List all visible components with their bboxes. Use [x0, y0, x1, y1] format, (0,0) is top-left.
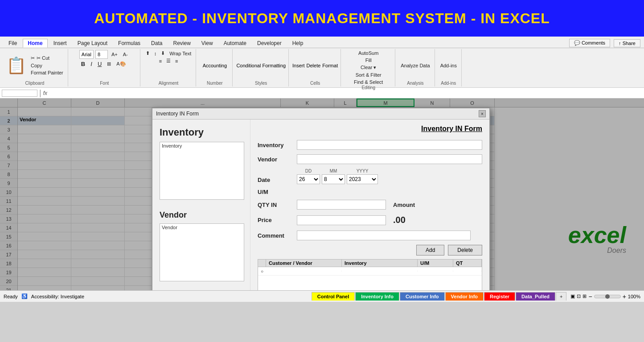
delete-cells-button[interactable]: Delete	[307, 63, 321, 68]
fill-color-button[interactable]: A🎨	[115, 61, 127, 67]
share-button[interactable]: ↑ Share	[614, 39, 640, 47]
view-controls: ▣ ⊡ ⊞ − + 100%	[570, 293, 640, 300]
vendor-listbox-item: Vendor	[162, 225, 242, 230]
modal-title: Inventory IN Form	[156, 111, 199, 117]
align-middle-button[interactable]: ↕	[152, 50, 159, 57]
table-col-radio	[258, 260, 266, 267]
vendor-listbox[interactable]: Vendor	[160, 223, 244, 281]
table-row-radio-1[interactable]: ○	[258, 267, 266, 275]
tab-home[interactable]: Home	[23, 39, 47, 48]
tab-developer[interactable]: Developer	[252, 39, 287, 48]
font-name-input[interactable]: Arial	[79, 50, 94, 59]
page-layout-view-icon[interactable]: ⊡	[577, 293, 581, 299]
date-field-label: Date	[258, 177, 293, 183]
alignment-group: ⬆ ↕ ⬇ Wrap Text ≡ ☰ ≡ Alignment	[141, 49, 197, 87]
tab-customer-info[interactable]: Customer Info	[400, 292, 445, 301]
tab-view[interactable]: View	[197, 39, 218, 48]
find-select-button[interactable]: Find & Select	[352, 79, 385, 85]
tab-insert[interactable]: Insert	[49, 39, 72, 48]
normal-view-icon[interactable]: ▣	[570, 293, 575, 299]
tab-data[interactable]: Data	[146, 39, 167, 48]
tab-control-panel[interactable]: Control Panel	[312, 292, 355, 301]
tab-page-layout[interactable]: Page Layout	[73, 39, 112, 48]
analyze-data-button[interactable]: Analyze Data	[399, 62, 431, 69]
qty-in-label: QTY IN	[258, 202, 293, 208]
font-shrink-button[interactable]: A-	[121, 51, 130, 58]
sort-filter-button[interactable]: Sort & Filter	[354, 72, 383, 78]
fill-button[interactable]: Fill	[364, 57, 373, 63]
right-ribbon: 💬 Comments ↑ Share	[569, 39, 640, 47]
cut-copy-format: ✂ ✂ Cut Copy Format Painter	[29, 55, 65, 76]
modal-overlay: Inventory IN Form × Inventory Inventory …	[0, 99, 644, 290]
amount-display: .00	[390, 214, 409, 226]
date-dd-select[interactable]: 26	[297, 174, 320, 184]
tab-data-pulled[interactable]: Data_Pulled	[516, 292, 555, 301]
new-sheet-button[interactable]: +	[556, 292, 566, 301]
font-size-input[interactable]: 8	[95, 50, 108, 59]
align-top-button[interactable]: ⬆	[144, 50, 152, 57]
clipboard-group-inner: 📋 ✂ ✂ Cut Copy Format Painter	[4, 50, 65, 81]
align-bottom-button[interactable]: ⬇	[159, 50, 167, 57]
table-empty-space	[258, 276, 482, 290]
formula-input[interactable]	[49, 90, 642, 96]
price-input[interactable]	[297, 215, 386, 225]
tab-automate[interactable]: Automate	[219, 39, 251, 48]
clear-button[interactable]: Clear ▾	[359, 64, 378, 71]
tab-review[interactable]: Review	[168, 39, 195, 48]
app-title: AUTOMATED - INVENTORY MANAGEMENT SYSTEM …	[94, 10, 550, 27]
name-box[interactable]	[2, 90, 37, 97]
copy-button[interactable]: Copy	[29, 62, 65, 69]
zoom-slider[interactable]	[594, 295, 621, 298]
date-mm-select[interactable]: 8	[322, 174, 345, 184]
clipboard-group: 📋 ✂ ✂ Cut Copy Format Painter Clipboard	[2, 49, 68, 87]
wrap-text-button[interactable]: Wrap Text	[168, 50, 193, 57]
amount-label: Amount	[393, 202, 429, 208]
font-grow-button[interactable]: A+	[110, 51, 119, 58]
tab-register[interactable]: Register	[484, 292, 515, 301]
align-right-button[interactable]: ≡	[173, 58, 180, 64]
add-button[interactable]: Add	[416, 245, 444, 255]
ribbon-tabs: File Home Insert Page Layout Formulas Da…	[0, 37, 644, 48]
inventory-listbox[interactable]: Inventory	[160, 142, 244, 200]
table-col-inventory: Inventory	[342, 260, 418, 267]
page-break-view-icon[interactable]: ⊞	[582, 293, 587, 299]
comment-input[interactable]	[297, 231, 471, 240]
cut-button[interactable]: ✂ ✂ Cut	[29, 55, 65, 62]
underline-button[interactable]: U	[96, 60, 103, 68]
accessibility-text: Accessibility: Investigate	[31, 294, 84, 299]
format-cells-button[interactable]: Format	[322, 63, 338, 68]
border-button[interactable]: ⊞	[105, 61, 113, 67]
align-left-button[interactable]: ≡	[157, 58, 164, 64]
add-ins-button[interactable]: Add-ins	[439, 62, 459, 69]
italic-button[interactable]: I	[89, 60, 94, 68]
paste-button[interactable]: 📋	[4, 55, 28, 76]
zoom-out-icon[interactable]: −	[588, 293, 592, 300]
zoom-level: 100%	[628, 294, 640, 299]
align-center-button[interactable]: ☰	[164, 58, 172, 64]
cells-group-inner: Insert Delete Format	[292, 50, 338, 81]
modal-close-button[interactable]: ×	[479, 110, 486, 117]
bold-button[interactable]: B	[79, 60, 87, 68]
vendor-field-input[interactable]	[297, 154, 482, 164]
modal-right-panel: Inventory IN Form Inventory Vendor Date	[250, 119, 489, 290]
delete-button[interactable]: Delete	[448, 245, 482, 255]
insert-cells-button[interactable]: Insert	[292, 63, 305, 68]
tab-formulas[interactable]: Formulas	[113, 39, 145, 48]
autosum-button[interactable]: AutoSum	[357, 50, 380, 56]
formula-divider: |	[39, 88, 41, 98]
inventory-listbox-item: Inventory	[162, 143, 242, 148]
zoom-in-icon[interactable]: +	[623, 293, 626, 300]
conditional-format-button[interactable]: Conditional Formatting	[236, 63, 286, 68]
tab-file[interactable]: File	[4, 39, 22, 48]
format-painter-button[interactable]: Format Painter	[29, 70, 65, 76]
tab-inventory-info[interactable]: Inventory Info	[355, 292, 399, 301]
tab-help[interactable]: Help	[287, 39, 308, 48]
date-yyyy-select[interactable]: 2023	[347, 174, 378, 184]
table-cell-qt-1	[453, 271, 482, 272]
title-bar: AUTOMATED - INVENTORY MANAGEMENT SYSTEM …	[0, 0, 644, 37]
inventory-field-input[interactable]	[297, 140, 482, 150]
comments-button[interactable]: 💬 Comments	[569, 39, 610, 47]
qty-in-input[interactable]	[297, 200, 386, 210]
number-format[interactable]: Accounting	[203, 63, 227, 68]
tab-vendor-info[interactable]: Vendor Info	[445, 292, 484, 301]
